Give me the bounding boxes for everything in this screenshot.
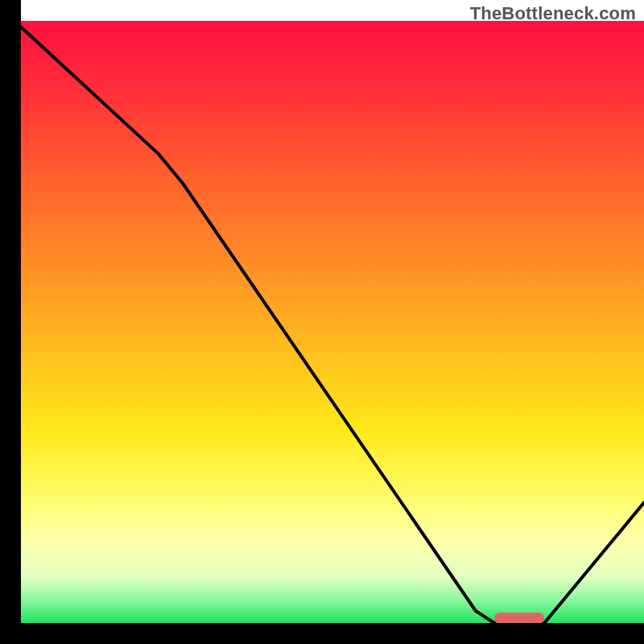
y-axis-bar	[0, 0, 21, 644]
watermark-text: TheBottleneck.com	[470, 3, 636, 24]
plot-area	[21, 21, 644, 623]
optimal-range-marker	[494, 613, 544, 623]
plot-svg	[21, 21, 644, 623]
chart-frame: TheBottleneck.com	[0, 0, 644, 644]
x-axis-bar	[0, 623, 644, 644]
